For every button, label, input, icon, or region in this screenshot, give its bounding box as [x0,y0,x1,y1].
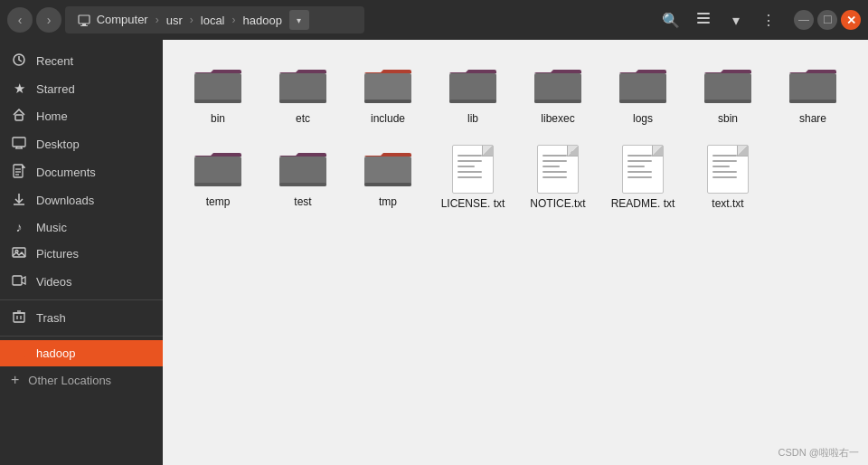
file-name: NOTICE.txt [530,197,585,212]
file-item-libexec[interactable]: libexec [517,54,599,134]
text-file-icon [707,145,749,194]
breadcrumb-sep-3: › [232,14,236,26]
sidebar-item-desktop[interactable]: Desktop [0,130,163,158]
sidebar-label-pictures: Pictures [36,247,79,261]
svg-rect-20 [13,276,22,285]
svg-rect-38 [704,73,751,103]
svg-rect-34 [534,73,581,103]
sidebar-label-other-locations: Other Locations [28,374,111,387]
svg-rect-26 [194,73,241,103]
svg-rect-47 [364,183,411,186]
folder-icon [276,62,330,109]
text-file-icon [622,145,664,194]
file-name: bin [211,112,225,127]
sidebar-item-documents[interactable]: Documents [0,158,163,186]
file-name: tmp [379,195,397,210]
menu-button[interactable]: ⋮ [754,5,783,34]
sidebar-label-music: Music [36,221,67,234]
file-name: etc [296,112,310,127]
minimize-button[interactable]: — [794,10,814,30]
sidebar-item-music[interactable]: ♪ Music [0,214,163,240]
file-name: temp [206,195,231,210]
svg-rect-44 [279,157,326,186]
file-item-test[interactable]: test [262,138,344,219]
text-file-icon [537,145,579,194]
breadcrumb-hadoop[interactable]: hadoop [238,12,288,29]
file-item-logs[interactable]: logs [602,54,684,134]
svg-rect-32 [449,73,496,103]
file-item-notice.txt[interactable]: NOTICE.txt [517,138,599,219]
window-controls: — ☐ ✕ [794,10,861,30]
forward-icon: › [47,13,52,27]
trash-icon [11,309,27,327]
close-button[interactable]: ✕ [841,10,861,30]
breadcrumb-dropdown-button[interactable]: ▾ [289,10,309,30]
sidebar-label-desktop: Desktop [36,138,80,151]
forward-button[interactable]: › [36,7,61,33]
sidebar-item-starred[interactable]: ★ Starred [0,75,163,102]
file-area: bin etc include [163,40,868,465]
svg-rect-33 [449,100,496,103]
breadcrumb: Computer › usr › local › hadoop ▾ [65,6,364,33]
file-item-readme._txt[interactable]: README. txt [602,138,684,219]
sidebar-item-hadoop[interactable]: hadoop [0,340,163,366]
file-item-sbin[interactable]: sbin [687,54,769,134]
sidebar-item-recent[interactable]: Recent [0,47,163,75]
back-button[interactable]: ‹ [7,7,33,33]
file-name: README. txt [611,197,675,212]
sidebar-label-downloads: Downloads [36,194,94,207]
svg-rect-29 [279,100,326,103]
folder-icon [361,62,415,109]
list-view-button[interactable] [689,5,718,34]
main-area: Recent ★ Starred Home [0,40,868,465]
maximize-button[interactable]: ☐ [817,10,837,30]
breadcrumb-usr[interactable]: usr [161,12,188,29]
file-item-bin[interactable]: bin [177,54,259,134]
search-button[interactable]: 🔍 [656,5,685,34]
menu-icon: ⋮ [761,12,776,29]
sidebar-label-videos: Videos [36,275,72,289]
sidebar-item-pictures[interactable]: Pictures [0,240,163,268]
svg-rect-8 [13,138,25,147]
file-item-temp[interactable]: temp [177,138,259,219]
breadcrumb-sep-2: › [190,14,193,26]
file-item-license._txt[interactable]: LICENSE. txt [432,138,514,219]
sidebar-label-trash: Trash [36,311,66,325]
sidebar-item-trash[interactable]: Trash [0,304,163,332]
file-item-lib[interactable]: lib [432,54,514,134]
file-name: sbin [718,112,738,127]
breadcrumb-local[interactable]: local [195,12,231,29]
sidebar-item-downloads[interactable]: Downloads [0,186,163,214]
sidebar-label-home: Home [36,109,68,123]
folder-icon [446,62,500,109]
folder-icon [616,62,670,109]
titlebar: ‹ › Computer › usr › local › hadoop ▾ 🔍 [0,0,868,40]
view-options-button[interactable]: ▾ [722,5,750,34]
breadcrumb-computer[interactable]: Computer [72,11,154,29]
file-name: LICENSE. txt [441,197,505,212]
file-name: test [294,195,311,210]
file-item-text.txt[interactable]: text.txt [687,138,769,219]
file-item-include[interactable]: include [347,54,429,134]
svg-rect-43 [194,183,241,186]
file-item-etc[interactable]: etc [262,54,344,134]
text-file-icon [452,145,494,194]
hadoop-folder-icon [11,346,27,361]
star-icon: ★ [11,81,27,97]
file-item-share[interactable]: share [772,54,854,134]
svg-rect-31 [364,100,411,103]
sidebar-separator-2 [0,336,163,337]
sidebar-item-home[interactable]: Home [0,102,163,130]
svg-rect-3 [697,13,710,14]
svg-rect-37 [619,100,666,103]
sidebar-item-other-locations[interactable]: + Other Locations [0,366,163,394]
sidebar-item-videos[interactable]: Videos [0,268,163,296]
svg-rect-40 [789,73,836,103]
search-icon: 🔍 [662,12,680,29]
file-item-tmp[interactable]: tmp [347,138,429,219]
svg-rect-45 [279,183,326,186]
sidebar-separator [0,299,163,300]
svg-rect-0 [79,15,90,24]
music-icon: ♪ [11,220,27,234]
file-name: logs [633,112,653,127]
